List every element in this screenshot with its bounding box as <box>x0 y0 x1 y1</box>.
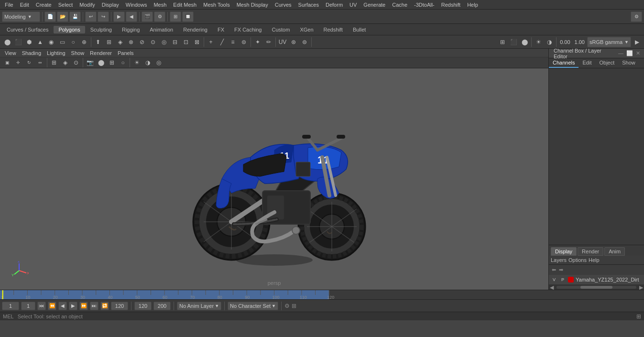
tab-animation[interactable]: Animation <box>145 26 178 33</box>
vp-cam-btn[interactable]: 📷 <box>85 57 95 68</box>
vp-snap1-btn[interactable]: ◈ <box>60 57 70 68</box>
start-frame-input[interactable] <box>21 302 35 310</box>
range-end-input[interactable] <box>134 302 152 310</box>
layer-v-btn[interactable]: V <box>551 276 557 283</box>
rp-close-btn[interactable]: ✕ <box>635 49 641 57</box>
tab-fx[interactable]: FX <box>213 26 229 33</box>
vp-shadow-btn[interactable]: ◑ <box>142 57 153 68</box>
vp-snap2-btn[interactable]: ⊙ <box>71 57 81 68</box>
display-mode-wire[interactable]: ⊞ <box>497 37 508 47</box>
menu-surfaces[interactable]: Surfaces <box>295 1 322 9</box>
plane-icon-btn[interactable]: ▭ <box>57 37 67 47</box>
tab-rendering[interactable]: Rendering <box>178 26 212 33</box>
rp-sub-help[interactable]: Help <box>589 257 600 263</box>
menu-uv[interactable]: UV <box>347 1 360 9</box>
sphere-icon-btn[interactable]: ⬤ <box>2 37 12 47</box>
menu-create[interactable]: Create <box>33 1 55 9</box>
rp-sub-options[interactable]: Options <box>568 257 587 263</box>
pipe-icon-btn[interactable]: ⊕ <box>79 37 89 47</box>
menu-edit[interactable]: Edit <box>17 1 32 9</box>
grid-btn[interactable]: ⊞ <box>170 11 181 22</box>
rp-tab-edit[interactable]: Edit <box>579 58 595 68</box>
vp-rot-btn[interactable]: ↻ <box>24 57 34 68</box>
rp-bottom-tab-render[interactable]: Render <box>578 247 603 256</box>
timeline-canvas[interactable] <box>0 290 548 299</box>
char-set-dropdown[interactable]: No Character Set ▼ <box>228 302 278 310</box>
color-space-dropdown[interactable]: sRGB gamma ▼ <box>587 37 631 47</box>
tab-bullet[interactable]: Bullet <box>348 26 371 33</box>
save-scene-btn[interactable]: 💾 <box>69 11 81 22</box>
vp-ao-btn[interactable]: ◎ <box>153 57 164 68</box>
menu-windows[interactable]: Windows <box>123 1 150 9</box>
vp-smooth-btn[interactable]: ○ <box>118 57 128 68</box>
bridge-icon-btn[interactable]: ⊞ <box>104 37 114 47</box>
viewport[interactable]: View Shading Lighting Show Renderer Pane… <box>0 49 548 290</box>
vp-wire-btn[interactable]: ⊞ <box>107 57 117 68</box>
menu-redshift[interactable]: Redshift <box>438 1 463 9</box>
go-end-btn[interactable]: ⏭ <box>90 302 98 310</box>
mel-label[interactable]: MEL <box>3 314 14 319</box>
torus-icon-btn[interactable]: ◉ <box>46 37 56 47</box>
sculpt-icon-btn[interactable]: ✦ <box>252 37 263 47</box>
scroll-track[interactable] <box>557 286 636 289</box>
ipr-btn[interactable]: ⚙ <box>154 11 165 22</box>
menu-mesh-tools[interactable]: Mesh Tools <box>200 1 232 9</box>
viewport-menu-shading[interactable]: Shading <box>20 50 43 56</box>
help-icon-btn[interactable]: ⊞ <box>636 313 641 320</box>
rp-tab-object[interactable]: Object <box>595 58 618 68</box>
menu-select[interactable]: Select <box>55 1 76 9</box>
tab-curves-surfaces[interactable]: Curves / Surfaces <box>2 26 53 33</box>
undo-btn[interactable]: ↩ <box>85 11 97 22</box>
create-edge-icon-btn[interactable]: ╱ <box>217 37 227 47</box>
tab-polygons[interactable]: Polygons <box>54 26 85 33</box>
play-fwd-btn[interactable]: ▶ <box>69 302 77 310</box>
step-back-btn[interactable]: ⏪ <box>48 302 56 310</box>
menu-mesh[interactable]: Mesh <box>151 1 169 9</box>
bevel-icon-btn[interactable]: ◈ <box>115 37 125 47</box>
mirror-icon-btn[interactable]: ⊟ <box>170 37 180 47</box>
uv-icon-btn[interactable]: UV <box>277 37 288 47</box>
timeline[interactable] <box>0 290 644 299</box>
tab-rigging[interactable]: Rigging <box>117 26 144 33</box>
go-start-btn[interactable]: ⏮ <box>37 302 46 310</box>
tab-redshift[interactable]: Redshift <box>319 26 348 33</box>
viewport-menu-renderer[interactable]: Renderer <box>88 50 114 56</box>
paint-icon-btn[interactable]: ✏ <box>263 37 274 47</box>
menu-file[interactable]: File <box>2 1 16 9</box>
rp-sub-layers[interactable]: Layers <box>551 257 567 263</box>
menu-deform[interactable]: Deform <box>323 1 346 9</box>
snap-btn[interactable]: 🔲 <box>182 11 194 22</box>
append-icon-btn[interactable]: + <box>206 37 216 47</box>
rp-tab-show[interactable]: Show <box>618 58 639 68</box>
menu-edit-mesh[interactable]: Edit Mesh <box>170 1 199 9</box>
lighting-btn[interactable]: ☀ <box>533 37 544 47</box>
rp-bottom-tab-display[interactable]: Display <box>551 247 577 256</box>
cube-icon-btn[interactable]: ⬛ <box>13 37 23 47</box>
right-arrow-btn[interactable]: ▶ <box>632 37 642 47</box>
rp-bottom-tab-anim[interactable]: Anim <box>604 247 625 256</box>
insert-edge-icon-btn[interactable]: ≡ <box>228 37 238 47</box>
display-mode-solid[interactable]: ⬛ <box>508 37 519 47</box>
current-frame-input[interactable] <box>2 302 19 310</box>
viewport-menu-panels[interactable]: Panels <box>116 50 136 56</box>
extrude-icon-btn[interactable]: ⬆ <box>93 37 103 47</box>
vp-move-btn[interactable]: ✛ <box>13 57 23 68</box>
rp-tab-channels[interactable]: Channels <box>549 58 579 68</box>
tab-fx-caching[interactable]: FX Caching <box>229 26 266 33</box>
scroll-thumb[interactable] <box>580 286 612 289</box>
menu-generate[interactable]: Generate <box>360 1 388 9</box>
layer-p-btn[interactable]: P <box>559 276 566 283</box>
rp-layer-right-btn[interactable]: ➡ <box>558 266 564 274</box>
uv2-icon-btn[interactable]: ⊛ <box>288 37 299 47</box>
viewport-menu-show[interactable]: Show <box>69 50 87 56</box>
menu-mesh-display[interactable]: Mesh Display <box>234 1 271 9</box>
open-scene-btn[interactable]: 📂 <box>57 11 68 22</box>
layer-row-yamaha[interactable]: V P Yamaha_YZ125_2022_Dirt <box>549 275 644 285</box>
menu-curves[interactable]: Curves <box>272 1 295 9</box>
reduce-icon-btn[interactable]: ⊠ <box>192 37 202 47</box>
vp-light-btn[interactable]: ☀ <box>131 57 142 68</box>
uv3-icon-btn[interactable]: ⊚ <box>299 37 310 47</box>
anim-layer-dropdown[interactable]: No Anim Layer ▼ <box>177 302 221 310</box>
end-frame-input[interactable] <box>111 302 128 310</box>
loop-btn[interactable]: 🔁 <box>100 302 109 310</box>
